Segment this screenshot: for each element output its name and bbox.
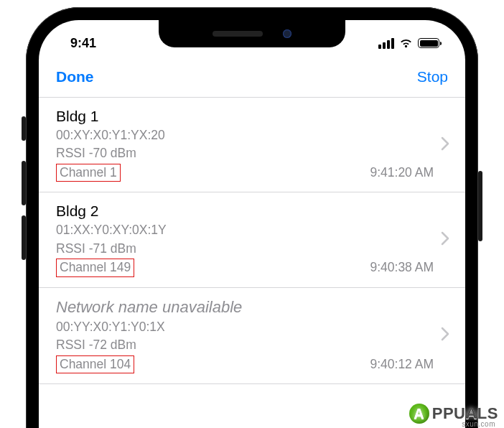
front-camera <box>283 29 291 38</box>
status-time: 9:41 <box>59 36 96 51</box>
stop-button[interactable]: Stop <box>417 68 448 85</box>
watermark-site: sxun.com <box>462 420 495 428</box>
network-timestamp: 9:40:38 AM <box>370 260 434 275</box>
speaker-grill <box>213 31 263 37</box>
wifi-icon <box>399 38 413 48</box>
network-rssi: RSSI -71 dBm <box>56 240 434 258</box>
mute-switch[interactable] <box>22 116 26 141</box>
network-channel: Channel 1 <box>56 164 121 182</box>
cellular-signal-icon <box>378 38 394 49</box>
volume-down-button[interactable] <box>22 215 26 260</box>
chevron-right-icon <box>441 231 449 248</box>
network-list: Bldg 1 00:XY:X0:Y1:YX:20 RSSI -70 dBm Ch… <box>39 98 465 384</box>
network-timestamp: 9:40:12 AM <box>370 357 434 372</box>
volume-up-button[interactable] <box>22 161 26 205</box>
chevron-right-icon <box>441 136 449 154</box>
network-row[interactable]: Network name unavailable 00:YY:X0:Y1:Y0:… <box>39 288 465 384</box>
network-bssid: 01:XX:Y0:XY:0X:1Y <box>56 221 434 239</box>
network-row[interactable]: Bldg 2 01:XX:Y0:XY:0X:1Y RSSI -71 dBm Ch… <box>39 192 465 287</box>
network-row[interactable]: Bldg 1 00:XY:X0:Y1:YX:20 RSSI -70 dBm Ch… <box>39 98 465 192</box>
network-name: Bldg 1 <box>56 108 434 125</box>
phone-frame: 9:41 Done Stop <box>26 7 478 428</box>
notch <box>159 20 345 47</box>
network-rssi: RSSI -70 dBm <box>56 144 434 162</box>
navigation-bar: Done Stop <box>39 56 465 98</box>
network-bssid: 00:YY:X0:Y1:Y0:1X <box>56 318 434 336</box>
chevron-right-icon <box>441 327 449 344</box>
network-timestamp: 9:41:20 AM <box>370 165 434 180</box>
done-button[interactable]: Done <box>56 68 94 85</box>
network-name-unavailable: Network name unavailable <box>56 298 434 317</box>
network-rssi: RSSI -72 dBm <box>56 336 434 354</box>
network-channel: Channel 104 <box>56 355 134 374</box>
watermark-badge: A <box>409 404 429 424</box>
battery-icon <box>418 38 439 48</box>
network-name: Bldg 2 <box>56 203 434 220</box>
power-button[interactable] <box>478 171 482 241</box>
screen: 9:41 Done Stop <box>39 20 465 428</box>
network-bssid: 00:XY:X0:Y1:YX:20 <box>56 126 434 144</box>
network-channel: Channel 149 <box>56 259 134 277</box>
